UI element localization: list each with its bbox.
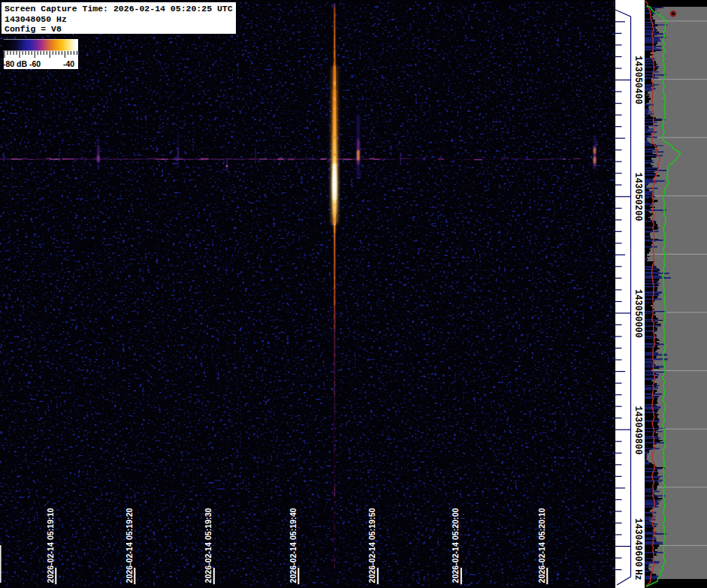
svg-text:143050200: 143050200: [633, 173, 643, 222]
svg-text:143049600: 143049600: [633, 518, 643, 567]
svg-text:Hz: Hz: [633, 569, 643, 580]
svg-text:-40: -40: [63, 59, 74, 68]
svg-text:-60: -60: [29, 59, 41, 68]
svg-text:-80 dB: -80 dB: [3, 59, 28, 68]
svg-text:143049800: 143049800: [633, 406, 643, 455]
svg-text:143050400: 143050400: [633, 56, 643, 104]
svg-text:2026-02-14 05:20:10: 2026-02-14 05:20:10: [537, 508, 546, 583]
svg-text:Config = V8: Config = V8: [5, 24, 62, 34]
svg-text:2026-02-14 05:19:50: 2026-02-14 05:19:50: [367, 508, 376, 583]
svg-text:2026-02-14 05:20:00: 2026-02-14 05:20:00: [451, 508, 460, 583]
svg-text:2026-02-14 05:19:30: 2026-02-14 05:19:30: [204, 508, 213, 583]
svg-text:Screen Capture Time: 2026-02-1: Screen Capture Time: 2026-02-14 05:20:25…: [5, 4, 233, 14]
svg-text:2026-02-14 05:19:10: 2026-02-14 05:19:10: [46, 508, 55, 583]
svg-text:2026-02-14 05:19:20: 2026-02-14 05:19:20: [125, 508, 134, 583]
svg-text:143050000: 143050000: [633, 289, 643, 338]
svg-text:143048050 Hz: 143048050 Hz: [5, 14, 67, 24]
svg-text:2026-02-14 05:19:40: 2026-02-14 05:19:40: [289, 508, 298, 583]
